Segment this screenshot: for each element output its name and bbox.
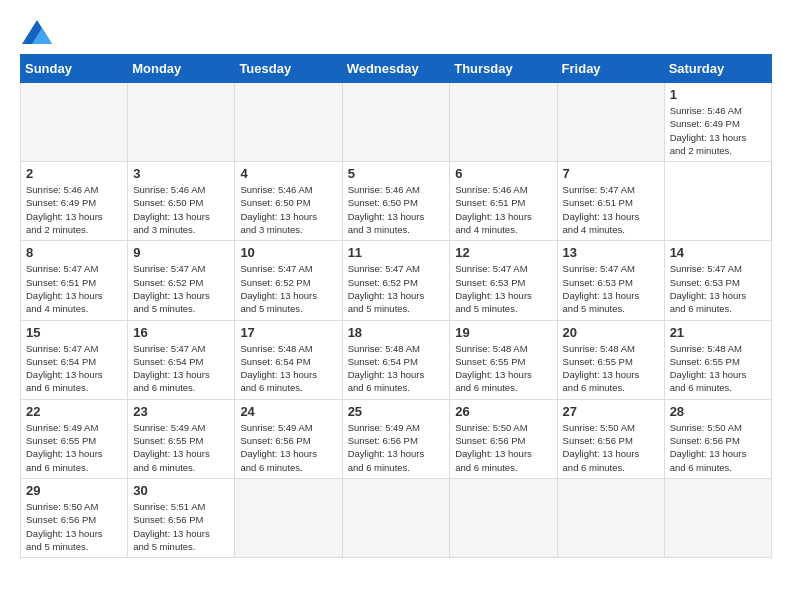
day-info: Sunrise: 5:47 AM Sunset: 6:53 PM Dayligh…	[563, 262, 659, 315]
day-info: Sunrise: 5:46 AM Sunset: 6:50 PM Dayligh…	[133, 183, 229, 236]
day-info: Sunrise: 5:49 AM Sunset: 6:55 PM Dayligh…	[133, 421, 229, 474]
calendar-cell: 22Sunrise: 5:49 AM Sunset: 6:55 PM Dayli…	[21, 399, 128, 478]
calendar-week-1: 2Sunrise: 5:46 AM Sunset: 6:49 PM Daylig…	[21, 162, 772, 241]
day-info: Sunrise: 5:48 AM Sunset: 6:54 PM Dayligh…	[240, 342, 336, 395]
calendar-cell: 7Sunrise: 5:47 AM Sunset: 6:51 PM Daylig…	[557, 162, 664, 241]
day-info: Sunrise: 5:49 AM Sunset: 6:55 PM Dayligh…	[26, 421, 122, 474]
day-info: Sunrise: 5:50 AM Sunset: 6:56 PM Dayligh…	[670, 421, 766, 474]
day-info: Sunrise: 5:50 AM Sunset: 6:56 PM Dayligh…	[26, 500, 122, 553]
calendar-cell	[235, 478, 342, 557]
calendar-cell	[664, 478, 771, 557]
calendar-cell: 15Sunrise: 5:47 AM Sunset: 6:54 PM Dayli…	[21, 320, 128, 399]
day-info: Sunrise: 5:47 AM Sunset: 6:53 PM Dayligh…	[670, 262, 766, 315]
calendar-week-2: 8Sunrise: 5:47 AM Sunset: 6:51 PM Daylig…	[21, 241, 772, 320]
day-number: 22	[26, 404, 122, 419]
day-number: 14	[670, 245, 766, 260]
calendar-cell	[342, 478, 450, 557]
header	[20, 20, 772, 44]
header-friday: Friday	[557, 55, 664, 83]
calendar-cell-empty	[21, 83, 128, 162]
calendar: SundayMondayTuesdayWednesdayThursdayFrid…	[20, 54, 772, 558]
calendar-week-3: 15Sunrise: 5:47 AM Sunset: 6:54 PM Dayli…	[21, 320, 772, 399]
day-info: Sunrise: 5:48 AM Sunset: 6:55 PM Dayligh…	[455, 342, 551, 395]
calendar-cell-empty	[128, 83, 235, 162]
calendar-cell-empty	[450, 83, 557, 162]
day-info: Sunrise: 5:47 AM Sunset: 6:51 PM Dayligh…	[26, 262, 122, 315]
calendar-cell: 30Sunrise: 5:51 AM Sunset: 6:56 PM Dayli…	[128, 478, 235, 557]
calendar-cell: 5Sunrise: 5:46 AM Sunset: 6:50 PM Daylig…	[342, 162, 450, 241]
day-info: Sunrise: 5:47 AM Sunset: 6:53 PM Dayligh…	[455, 262, 551, 315]
calendar-cell: 20Sunrise: 5:48 AM Sunset: 6:55 PM Dayli…	[557, 320, 664, 399]
day-number: 27	[563, 404, 659, 419]
day-number: 5	[348, 166, 445, 181]
day-number: 12	[455, 245, 551, 260]
calendar-cell: 16Sunrise: 5:47 AM Sunset: 6:54 PM Dayli…	[128, 320, 235, 399]
day-number: 24	[240, 404, 336, 419]
day-info: Sunrise: 5:47 AM Sunset: 6:52 PM Dayligh…	[240, 262, 336, 315]
day-info: Sunrise: 5:51 AM Sunset: 6:56 PM Dayligh…	[133, 500, 229, 553]
day-info: Sunrise: 5:46 AM Sunset: 6:50 PM Dayligh…	[240, 183, 336, 236]
calendar-cell: 8Sunrise: 5:47 AM Sunset: 6:51 PM Daylig…	[21, 241, 128, 320]
day-info: Sunrise: 5:46 AM Sunset: 6:49 PM Dayligh…	[670, 104, 766, 157]
calendar-week-4: 22Sunrise: 5:49 AM Sunset: 6:55 PM Dayli…	[21, 399, 772, 478]
day-number: 29	[26, 483, 122, 498]
day-number: 21	[670, 325, 766, 340]
day-info: Sunrise: 5:48 AM Sunset: 6:54 PM Dayligh…	[348, 342, 445, 395]
day-info: Sunrise: 5:46 AM Sunset: 6:50 PM Dayligh…	[348, 183, 445, 236]
day-info: Sunrise: 5:47 AM Sunset: 6:52 PM Dayligh…	[348, 262, 445, 315]
day-number: 23	[133, 404, 229, 419]
day-info: Sunrise: 5:49 AM Sunset: 6:56 PM Dayligh…	[240, 421, 336, 474]
day-number: 15	[26, 325, 122, 340]
day-info: Sunrise: 5:48 AM Sunset: 6:55 PM Dayligh…	[670, 342, 766, 395]
day-number: 7	[563, 166, 659, 181]
day-info: Sunrise: 5:48 AM Sunset: 6:55 PM Dayligh…	[563, 342, 659, 395]
calendar-cell: 10Sunrise: 5:47 AM Sunset: 6:52 PM Dayli…	[235, 241, 342, 320]
day-number: 3	[133, 166, 229, 181]
day-number: 4	[240, 166, 336, 181]
calendar-cell: 26Sunrise: 5:50 AM Sunset: 6:56 PM Dayli…	[450, 399, 557, 478]
calendar-cell: 28Sunrise: 5:50 AM Sunset: 6:56 PM Dayli…	[664, 399, 771, 478]
day-number: 1	[670, 87, 766, 102]
day-info: Sunrise: 5:46 AM Sunset: 6:49 PM Dayligh…	[26, 183, 122, 236]
day-number: 20	[563, 325, 659, 340]
calendar-cell: 25Sunrise: 5:49 AM Sunset: 6:56 PM Dayli…	[342, 399, 450, 478]
calendar-cell: 24Sunrise: 5:49 AM Sunset: 6:56 PM Dayli…	[235, 399, 342, 478]
day-info: Sunrise: 5:47 AM Sunset: 6:52 PM Dayligh…	[133, 262, 229, 315]
day-number: 11	[348, 245, 445, 260]
calendar-cell: 9Sunrise: 5:47 AM Sunset: 6:52 PM Daylig…	[128, 241, 235, 320]
header-monday: Monday	[128, 55, 235, 83]
header-saturday: Saturday	[664, 55, 771, 83]
day-number: 16	[133, 325, 229, 340]
calendar-cell	[557, 478, 664, 557]
calendar-cell: 4Sunrise: 5:46 AM Sunset: 6:50 PM Daylig…	[235, 162, 342, 241]
calendar-cell: 27Sunrise: 5:50 AM Sunset: 6:56 PM Dayli…	[557, 399, 664, 478]
day-info: Sunrise: 5:47 AM Sunset: 6:54 PM Dayligh…	[26, 342, 122, 395]
day-number: 19	[455, 325, 551, 340]
day-info: Sunrise: 5:49 AM Sunset: 6:56 PM Dayligh…	[348, 421, 445, 474]
day-number: 28	[670, 404, 766, 419]
calendar-cell: 11Sunrise: 5:47 AM Sunset: 6:52 PM Dayli…	[342, 241, 450, 320]
calendar-week-5: 29Sunrise: 5:50 AM Sunset: 6:56 PM Dayli…	[21, 478, 772, 557]
calendar-cell: 13Sunrise: 5:47 AM Sunset: 6:53 PM Dayli…	[557, 241, 664, 320]
day-number: 9	[133, 245, 229, 260]
day-number: 8	[26, 245, 122, 260]
calendar-cell-empty	[342, 83, 450, 162]
day-info: Sunrise: 5:50 AM Sunset: 6:56 PM Dayligh…	[563, 421, 659, 474]
calendar-cell: 21Sunrise: 5:48 AM Sunset: 6:55 PM Dayli…	[664, 320, 771, 399]
calendar-cell: 6Sunrise: 5:46 AM Sunset: 6:51 PM Daylig…	[450, 162, 557, 241]
header-wednesday: Wednesday	[342, 55, 450, 83]
calendar-cell: 12Sunrise: 5:47 AM Sunset: 6:53 PM Dayli…	[450, 241, 557, 320]
day-number: 10	[240, 245, 336, 260]
calendar-cell	[450, 478, 557, 557]
calendar-header-row: SundayMondayTuesdayWednesdayThursdayFrid…	[21, 55, 772, 83]
day-info: Sunrise: 5:47 AM Sunset: 6:51 PM Dayligh…	[563, 183, 659, 236]
calendar-cell-day-1: 1Sunrise: 5:46 AM Sunset: 6:49 PM Daylig…	[664, 83, 771, 162]
day-number: 6	[455, 166, 551, 181]
header-sunday: Sunday	[21, 55, 128, 83]
day-number: 25	[348, 404, 445, 419]
day-number: 18	[348, 325, 445, 340]
calendar-cell: 3Sunrise: 5:46 AM Sunset: 6:50 PM Daylig…	[128, 162, 235, 241]
calendar-cell-empty	[557, 83, 664, 162]
day-number: 2	[26, 166, 122, 181]
calendar-cell: 14Sunrise: 5:47 AM Sunset: 6:53 PM Dayli…	[664, 241, 771, 320]
